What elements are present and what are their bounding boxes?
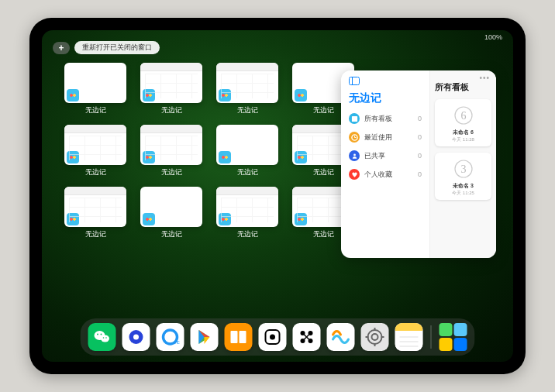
- app-thumbnail[interactable]: 无边记: [140, 187, 203, 242]
- app-thumbnail[interactable]: 无边记: [215, 63, 279, 119]
- sidebar-item-icon: [349, 150, 360, 161]
- notes-app-icon[interactable]: [395, 323, 423, 351]
- thumbnail-label: 无边记: [313, 105, 334, 115]
- freeform-app-icon: [143, 151, 155, 163]
- freeform-app-icon: [295, 89, 307, 101]
- sidebar-item-label: 个人收藏: [364, 170, 392, 180]
- thumbnail-label: 无边记: [161, 167, 182, 177]
- thumbnail-window: [140, 125, 202, 165]
- sidebar-item-label: 已共享: [364, 151, 385, 161]
- svg-text:3: 3: [460, 163, 466, 175]
- freeform-app-icon: [219, 89, 231, 101]
- quark-app-icon[interactable]: [122, 323, 150, 351]
- sidebar-item[interactable]: 所有看板0: [349, 113, 422, 124]
- thumbnail-label: 无边记: [237, 229, 258, 239]
- svg-point-12: [101, 335, 109, 342]
- freeform-app-icon: [143, 213, 155, 225]
- connect-app-icon[interactable]: [293, 323, 321, 351]
- thumbnail-window: [140, 63, 202, 103]
- reopen-closed-window-button[interactable]: 重新打开已关闭的窗口: [74, 41, 160, 54]
- svg-text:6: 6: [460, 110, 466, 122]
- svg-rect-38: [395, 331, 423, 351]
- svg-point-16: [105, 337, 107, 339]
- app-thumbnail[interactable]: 无边记: [64, 187, 127, 242]
- svg-point-32: [372, 334, 378, 340]
- freeform-app-icon[interactable]: [327, 323, 355, 351]
- thumbnail-label: 无边记: [85, 229, 106, 239]
- app-thumbnail[interactable]: 无边记: [140, 125, 203, 181]
- board-name: 未命名 3: [438, 182, 488, 190]
- thumbnail-label: 无边记: [85, 167, 106, 177]
- sidebar-toggle-icon[interactable]: [349, 77, 422, 87]
- ipad-frame: 100% + 重新打开已关闭的窗口 无边记无边记无边记无边记无边记无边记无边记无…: [29, 18, 526, 374]
- more-icon[interactable]: •••: [479, 74, 490, 82]
- qqbrowser-app-icon[interactable]: HD: [157, 323, 184, 351]
- thumbnail-label: 无边记: [161, 229, 182, 239]
- freeform-app-icon: [67, 151, 79, 163]
- freeform-app-icon: [67, 89, 79, 101]
- thumbnail-label: 无边记: [237, 105, 258, 115]
- sidebar-item-icon: [349, 132, 360, 143]
- dice-app-icon[interactable]: [259, 323, 287, 351]
- svg-point-18: [133, 335, 139, 340]
- play-app-icon[interactable]: [191, 323, 219, 351]
- board-card[interactable]: 3未命名 3今天 11:25: [435, 153, 491, 200]
- sidebar-item[interactable]: 已共享0: [349, 150, 422, 161]
- freeform-app-icon: [143, 89, 155, 101]
- board-name: 未命名 6: [438, 129, 488, 136]
- sidebar-item-label: 所有看板: [364, 114, 392, 124]
- thumbnail-label: 无边记: [161, 105, 182, 115]
- thumbnail-window: [140, 187, 202, 227]
- plus-icon: +: [58, 43, 64, 53]
- settings-app-icon[interactable]: [361, 323, 389, 351]
- sidebar-item-label: 最近使用: [364, 132, 392, 143]
- app-switcher-grid: 无边记无边记无边记无边记无边记无边记无边记无边记无边记无边记无边记无边记: [64, 63, 355, 242]
- thumbnail-window: [64, 187, 126, 227]
- thumbnail-window: [64, 63, 126, 103]
- new-window-button[interactable]: +: [53, 42, 70, 54]
- svg-point-13: [97, 334, 98, 335]
- app-thumbnail[interactable]: 无边记: [140, 63, 203, 119]
- svg-rect-22: [240, 331, 246, 343]
- freeform-app-icon: [219, 151, 231, 163]
- freeform-panel[interactable]: 无边记 所有看板0最近使用0已共享0个人收藏0 ••• 所有看板 6未命名 6今…: [341, 70, 496, 258]
- board-card[interactable]: 6未命名 6今天 11:28: [435, 99, 491, 146]
- wechat-app-icon[interactable]: [88, 323, 116, 351]
- sidebar-item-icon: [349, 113, 360, 124]
- sidebar-item-icon: [349, 169, 360, 180]
- panel-sidebar: 无边记 所有看板0最近使用0已共享0个人收藏0: [341, 70, 429, 258]
- svg-rect-21: [231, 331, 238, 343]
- thumbnail-label: 无边记: [313, 229, 334, 239]
- app-thumbnail[interactable]: 无边记: [215, 125, 279, 181]
- thumbnail-window: [64, 125, 126, 165]
- svg-point-14: [101, 334, 102, 335]
- svg-rect-0: [350, 77, 360, 85]
- svg-text:HD: HD: [175, 340, 180, 345]
- sidebar-item-count: 0: [418, 115, 422, 122]
- top-controls: + 重新打开已关闭的窗口: [53, 41, 160, 54]
- dock-separator: [431, 325, 432, 349]
- books-app-icon[interactable]: [225, 323, 253, 351]
- panel-right-title: 所有看板: [435, 81, 491, 93]
- svg-point-15: [103, 337, 105, 339]
- thumbnail-window: [216, 187, 278, 227]
- board-date: 今天 11:28: [438, 136, 488, 143]
- dock: HD: [81, 318, 475, 356]
- sidebar-item[interactable]: 最近使用0: [349, 132, 422, 143]
- app-thumbnail[interactable]: 无边记: [64, 125, 127, 181]
- thumbnail-label: 无边记: [313, 167, 334, 177]
- app-library-icon[interactable]: [440, 323, 467, 351]
- board-date: 今天 11:25: [438, 190, 488, 197]
- battery-text: 100%: [484, 33, 502, 41]
- svg-point-24: [270, 335, 275, 340]
- thumbnail-label: 无边记: [85, 105, 106, 115]
- freeform-app-icon: [219, 213, 231, 225]
- svg-rect-2: [351, 115, 357, 121]
- reopen-label: 重新打开已关闭的窗口: [82, 43, 152, 51]
- sidebar-item[interactable]: 个人收藏0: [349, 169, 422, 180]
- app-thumbnail[interactable]: 无边记: [64, 63, 127, 119]
- status-bar: 100%: [484, 33, 502, 41]
- sidebar-item-count: 0: [418, 152, 422, 160]
- app-thumbnail[interactable]: 无边记: [215, 187, 279, 242]
- svg-point-6: [353, 153, 356, 156]
